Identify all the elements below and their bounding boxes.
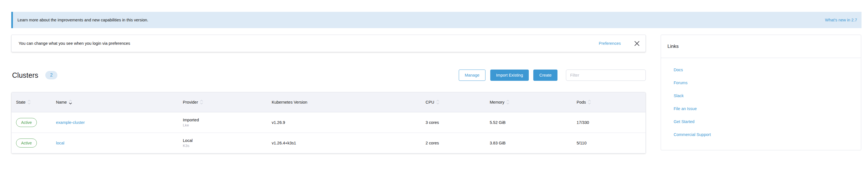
dashboard-page: Learn more about the improvements and ne… <box>0 12 868 174</box>
kubernetes-version-cell: v1.26.9 <box>267 112 421 133</box>
notice-message: You can change what you see when you log… <box>19 41 599 46</box>
pods-cell: 17/330 <box>572 112 646 133</box>
status-badge: Active <box>16 118 37 127</box>
table-row: Active example-cluster Imported Lke v1.2… <box>11 112 646 133</box>
commercial-support-link[interactable]: Commercial Support <box>674 132 711 137</box>
import-existing-button[interactable]: Import Existing <box>490 69 529 81</box>
clusters-column: You can change what you see when you log… <box>11 35 646 153</box>
forums-link[interactable]: Forums <box>674 81 687 85</box>
cpu-cell: 2 cores <box>421 133 485 153</box>
links-panel: Links Docs Forums Slack File an Issue Ge… <box>661 35 861 150</box>
whats-new-link[interactable]: What's new in 2.7 <box>825 18 857 22</box>
close-icon[interactable] <box>634 41 640 46</box>
provider-distro: K3s <box>183 144 267 148</box>
sort-icon <box>436 100 439 105</box>
links-list: Docs Forums Slack File an Issue Get Star… <box>661 58 861 150</box>
slack-link[interactable]: Slack <box>674 93 683 98</box>
list-item: Commercial Support <box>674 132 861 137</box>
version-banner-message: Learn more about the improvements and ne… <box>18 18 825 22</box>
table-header-row: State Name <box>11 92 646 112</box>
sort-icon <box>200 100 203 105</box>
memory-cell: 5.52 GiB <box>485 112 572 133</box>
docs-link[interactable]: Docs <box>674 67 683 72</box>
cluster-link[interactable]: example-cluster <box>56 120 85 125</box>
version-banner: Learn more about the improvements and ne… <box>11 12 862 28</box>
status-badge: Active <box>16 139 37 148</box>
filter-input[interactable] <box>566 69 646 81</box>
login-preferences-notice: You can change what you see when you log… <box>11 35 646 52</box>
memory-cell: 3.83 GiB <box>485 133 572 153</box>
create-button[interactable]: Create <box>533 69 557 81</box>
pods-cell: 5/110 <box>572 133 646 153</box>
manage-button[interactable]: Manage <box>459 69 485 81</box>
links-panel-title: Links <box>661 35 861 58</box>
column-header-kubernetes-version: Kubernetes Version <box>267 92 421 112</box>
preferences-link[interactable]: Preferences <box>599 41 621 46</box>
clusters-table: State Name <box>11 92 646 153</box>
table-row: Active local Local K3s v1.26.4+k3s1 2 co… <box>11 133 646 153</box>
list-item: Get Started <box>674 119 861 124</box>
list-item: Docs <box>674 67 861 72</box>
column-header-memory[interactable]: Memory <box>485 92 572 112</box>
page-title: Clusters <box>12 71 38 79</box>
column-header-cpu[interactable]: CPU <box>421 92 485 112</box>
kubernetes-version-cell: v1.26.4+k3s1 <box>267 133 421 153</box>
column-header-pods[interactable]: Pods <box>572 92 646 112</box>
provider-name: Local <box>183 138 267 143</box>
file-an-issue-link[interactable]: File an Issue <box>674 107 697 111</box>
list-item: Forums <box>674 81 861 85</box>
provider-distro: Lke <box>183 123 267 127</box>
list-item: Slack <box>674 93 861 98</box>
column-header-provider[interactable]: Provider <box>178 92 267 112</box>
list-item: File an Issue <box>674 107 861 111</box>
sort-icon <box>28 100 31 105</box>
get-started-link[interactable]: Get Started <box>674 119 694 124</box>
clusters-header-row: Clusters 2 Manage Import Existing Create <box>11 69 646 81</box>
column-header-state[interactable]: State <box>11 92 52 112</box>
column-header-name[interactable]: Name <box>52 92 178 112</box>
sort-icon-descending <box>69 100 72 105</box>
cpu-cell: 3 cores <box>421 112 485 133</box>
main-content: You can change what you see when you log… <box>11 35 862 153</box>
cluster-link[interactable]: local <box>56 141 64 145</box>
provider-name: Imported <box>183 118 267 122</box>
cluster-count-badge: 2 <box>45 71 57 79</box>
sort-icon <box>588 100 591 105</box>
sort-icon <box>506 100 509 105</box>
